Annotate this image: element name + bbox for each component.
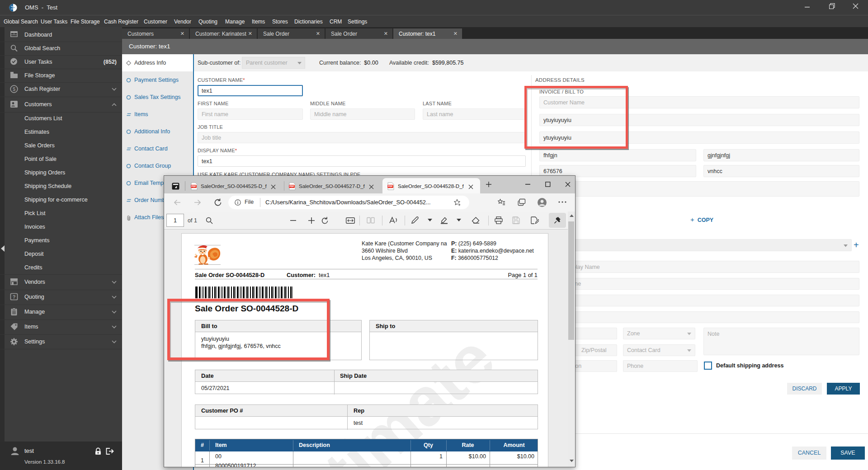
svg-text:PDF: PDF (289, 185, 294, 188)
svg-text:?: ? (13, 294, 16, 300)
svg-text:$: $ (13, 86, 15, 92)
svg-text:PDF: PDF (388, 185, 392, 188)
svg-text:PDF: PDF (191, 185, 196, 188)
